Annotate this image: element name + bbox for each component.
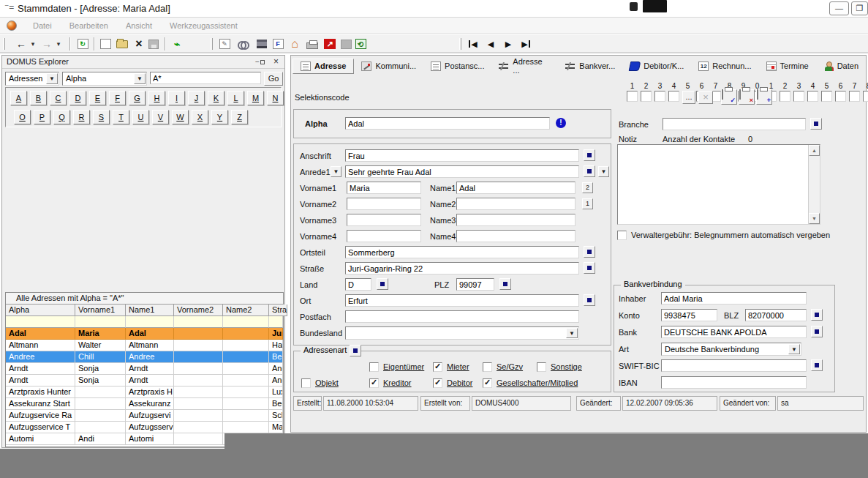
tab-bankverbindung[interactable]: Bankver...	[558, 59, 622, 73]
tab-daten[interactable]: Daten	[816, 59, 866, 73]
scroll-up-icon[interactable]: ▲	[809, 145, 820, 156]
recycle-button[interactable]: ⟲	[352, 37, 369, 51]
objects-button[interactable]: ⌂	[287, 37, 303, 51]
alphabet-button[interactable]: X	[192, 110, 208, 124]
name3-input[interactable]	[456, 214, 575, 226]
art-select[interactable]: Deutsche Bankverbindung ▼	[661, 343, 801, 356]
column-header[interactable]: Vorname2	[174, 305, 223, 316]
iban-input[interactable]	[661, 376, 807, 389]
plz-detail-button[interactable]	[499, 278, 511, 290]
checkbox-objekt[interactable]: Objekt	[301, 378, 339, 388]
code-checkbox[interactable]	[654, 91, 665, 102]
filter-row[interactable]	[6, 316, 283, 328]
branche-input[interactable]	[663, 118, 806, 130]
tab-termine[interactable]: Termine	[759, 59, 816, 73]
print-button[interactable]	[304, 37, 320, 51]
toolbar-grip[interactable]	[459, 38, 461, 50]
alphabet-button[interactable]: H	[148, 91, 165, 105]
alphabet-button[interactable]: L	[227, 91, 244, 105]
alphabet-button[interactable]: G	[129, 91, 146, 105]
anschrift-detail-button[interactable]	[584, 149, 595, 161]
strasse-detail-button[interactable]	[584, 262, 595, 274]
scroll-down-icon[interactable]: ▼	[809, 213, 820, 224]
refresh-button[interactable]: ↻	[75, 37, 90, 51]
alphabet-button[interactable]: C	[50, 91, 67, 105]
menu-item[interactable]: Werkzeugassistent	[161, 19, 246, 32]
tab-kommunikation[interactable]: Kommuni...	[354, 59, 423, 73]
toolbar-grip[interactable]	[3, 38, 5, 50]
anrede1-input[interactable]	[345, 165, 579, 178]
ortsteil-detail-button[interactable]	[584, 246, 595, 258]
open-button[interactable]	[115, 37, 129, 51]
table-row[interactable]: Arndt Sonja Arndt Ang	[6, 375, 283, 386]
chevron-down-icon[interactable]: ▼	[134, 73, 146, 84]
name2-input[interactable]	[456, 198, 575, 210]
table-row[interactable]: Assekuranz Start Assekuranz Bec	[6, 398, 283, 410]
checkbox-eigentuemer[interactable]: Eigentümer	[369, 362, 424, 372]
checkbox-se-gzv[interactable]: Se/Gzv	[483, 362, 523, 372]
bank-detail-button[interactable]	[811, 326, 823, 337]
alphabet-button[interactable]: B	[30, 91, 47, 105]
form-edit-button[interactable]: ✎	[216, 37, 233, 51]
anschrift-input[interactable]	[345, 149, 579, 162]
inhaber-input[interactable]	[661, 292, 807, 305]
plz-input[interactable]	[456, 278, 494, 291]
column-header[interactable]: Alpha	[6, 305, 75, 316]
print-add-button[interactable]: +	[756, 89, 772, 105]
alphabet-button[interactable]: O	[14, 110, 31, 124]
name1-count-button[interactable]: 2	[582, 182, 593, 193]
adressenart-detail-button[interactable]	[350, 345, 361, 356]
tab-rechnungswesen[interactable]: 12Rechnun...	[691, 59, 758, 73]
alphabet-button[interactable]: A	[10, 91, 27, 105]
tab-postanschrift[interactable]: Postansc...	[423, 59, 491, 73]
branche-detail-button[interactable]	[810, 118, 822, 130]
code-checkbox[interactable]	[807, 91, 818, 102]
land-input[interactable]	[345, 278, 371, 291]
previous-record-button[interactable]: ◀	[483, 37, 499, 51]
alphabet-button[interactable]: Y	[211, 110, 228, 124]
alphabet-button[interactable]: P	[34, 110, 50, 124]
alphabet-button[interactable]: M	[247, 91, 264, 105]
checkbox-mieter[interactable]: Mieter	[433, 362, 469, 372]
column-header[interactable]: Name1	[126, 305, 174, 316]
print-check-button[interactable]: ✓	[721, 89, 737, 105]
alphabet-button[interactable]: U	[132, 110, 149, 124]
strasse-input[interactable]	[345, 262, 579, 275]
field-select[interactable]: Alpha ▼	[62, 72, 147, 86]
ort-input[interactable]	[345, 294, 579, 307]
code-checkbox[interactable]	[627, 91, 638, 102]
pattern-input[interactable]	[150, 72, 261, 84]
cardfile-button[interactable]	[254, 37, 270, 51]
ort-detail-button[interactable]	[584, 294, 595, 306]
bundesland-select[interactable]: ▼	[345, 326, 579, 340]
vorname4-input[interactable]	[347, 230, 421, 242]
ortsteil-input[interactable]	[345, 246, 579, 258]
alphabet-button[interactable]: D	[69, 91, 86, 105]
code-checkbox[interactable]	[780, 91, 790, 102]
alphabet-button[interactable]: V	[152, 110, 169, 124]
next-record-button[interactable]: ▶	[500, 37, 516, 51]
anrede1-dropdown-button[interactable]: ▼	[598, 166, 609, 177]
alphabet-button[interactable]: S	[93, 110, 110, 124]
table-row[interactable]: Adal Maria Adal Juri	[6, 328, 283, 340]
print-remove-button[interactable]: ×	[739, 89, 755, 105]
delete-button[interactable]: ×	[132, 37, 146, 51]
table-row[interactable]: Arndt Sonja Arndt Ang	[6, 363, 283, 375]
chevron-down-icon[interactable]: ▼	[46, 73, 58, 84]
blz-input[interactable]	[745, 309, 807, 321]
alphabet-button[interactable]: I	[168, 91, 185, 105]
checkbox-gesellschafter[interactable]: Gesellschafter/Mitglied	[483, 378, 578, 388]
anrede1-detail-button[interactable]	[584, 165, 595, 177]
checkbox-kreditor[interactable]: Kreditor	[369, 378, 412, 388]
chevron-down-icon[interactable]: ▼	[566, 328, 578, 338]
inactive-tool-button[interactable]	[338, 37, 354, 51]
checkbox-debitor[interactable]: Debitor	[433, 378, 472, 388]
anrede1-label-dropdown[interactable]: ▼	[331, 166, 341, 177]
code-checkbox[interactable]	[641, 91, 652, 102]
alpha-input[interactable]	[345, 117, 550, 130]
vorname2-input[interactable]	[347, 198, 421, 210]
toolbar-grip[interactable]	[211, 38, 213, 50]
tab-debitor-kreditor[interactable]: Debitor/K...	[622, 59, 691, 73]
alphabet-button[interactable]: K	[208, 91, 224, 105]
name1-input[interactable]	[456, 182, 575, 194]
